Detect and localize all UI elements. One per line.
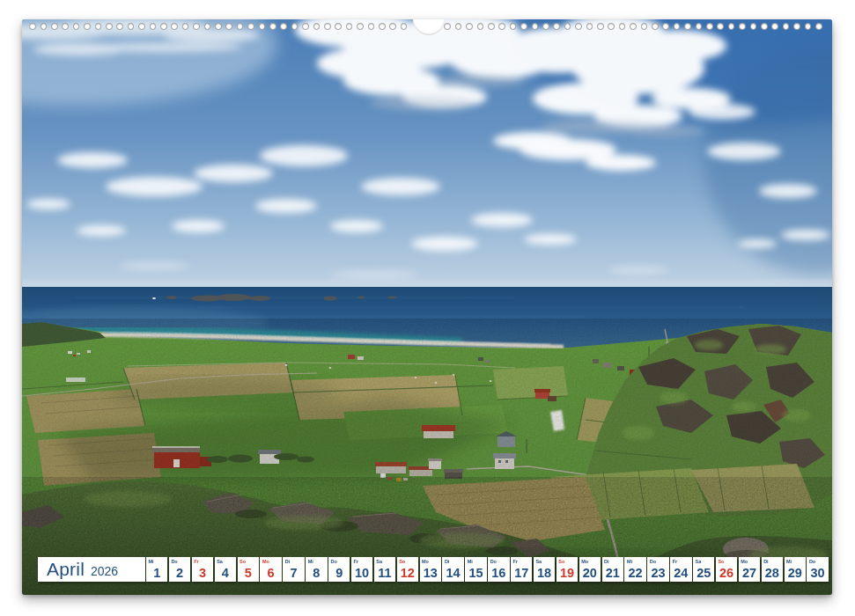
- binding-hole: [182, 23, 189, 30]
- day-number: 19: [556, 566, 578, 580]
- binding-hole: [357, 23, 364, 30]
- day-weekday-label: So: [558, 559, 564, 564]
- day-number: 13: [420, 566, 441, 580]
- day-cell: Fr 10: [351, 557, 372, 582]
- day-cell: Do 2: [169, 557, 190, 582]
- day-weekday-label: Mo: [741, 559, 748, 564]
- binding-hole: [128, 23, 135, 30]
- day-weekday-label: Di: [285, 559, 291, 564]
- binding-hole: [389, 23, 396, 30]
- day-number: 25: [693, 566, 714, 580]
- day-number: 26: [716, 566, 737, 580]
- binding-hole: [204, 23, 211, 30]
- binding-hole: [641, 23, 648, 30]
- day-weekday-label: Sa: [696, 559, 702, 564]
- binding-hole: [597, 23, 604, 30]
- day-number: 14: [442, 566, 463, 580]
- day-cell: Sa 25: [693, 557, 714, 582]
- day-number: 18: [534, 566, 555, 580]
- binding-hole: [728, 23, 735, 30]
- day-number: 21: [602, 566, 623, 580]
- day-cell: Do 30: [807, 557, 828, 582]
- binding-hole: [520, 23, 527, 30]
- binding-hole: [684, 23, 691, 30]
- binding-hole: [237, 23, 244, 30]
- day-number: 4: [215, 566, 236, 580]
- boat: [152, 297, 156, 299]
- day-weekday-label: Mo: [581, 559, 588, 564]
- day-cell: Mo 27: [739, 557, 760, 582]
- year-label: 2026: [91, 561, 118, 578]
- day-cells-row: Mi 1 Do 2 Fr 3 Sa 4 So 5 Mo 6 Di 7 Mi 8 …: [146, 557, 829, 582]
- day-cell: Mo 13: [420, 557, 441, 582]
- binding-hole: [51, 23, 58, 30]
- day-weekday-label: Do: [171, 559, 177, 564]
- binding-hole: [542, 23, 549, 30]
- binding-hole: [324, 23, 331, 30]
- day-cell: Mo 20: [579, 557, 601, 582]
- binding-hole: [717, 23, 724, 30]
- day-cell: Di 21: [602, 557, 623, 582]
- binding-hole: [575, 23, 582, 30]
- day-weekday-label: So: [718, 559, 724, 564]
- binding-hole: [138, 23, 145, 30]
- binding-hole: [706, 23, 713, 30]
- binding-hole: [652, 23, 659, 30]
- binding-hole: [313, 23, 321, 30]
- day-number: 8: [306, 566, 327, 580]
- day-number: 12: [397, 566, 418, 580]
- day-number: 29: [785, 566, 806, 580]
- binding-hole: [193, 23, 200, 30]
- day-weekday-label: Mo: [262, 559, 269, 564]
- day-cell: Sa 11: [374, 557, 395, 582]
- day-number: 30: [807, 566, 828, 580]
- binding-hole: [586, 23, 593, 30]
- binding-hole: [466, 23, 473, 30]
- day-cell: Di 7: [283, 557, 304, 582]
- day-cell: Fr 17: [511, 557, 532, 582]
- binding-hole: [368, 23, 375, 30]
- day-number: 20: [579, 566, 601, 580]
- binding-hole: [401, 23, 408, 30]
- month-title-box: April 2026: [38, 557, 145, 582]
- day-number: 1: [146, 566, 167, 580]
- binding-hole: [564, 23, 571, 30]
- day-number: 9: [328, 566, 350, 580]
- binding-hole: [815, 23, 822, 30]
- binding-hole: [771, 23, 778, 30]
- day-weekday-label: Do: [490, 559, 497, 564]
- day-weekday-label: Fr: [673, 559, 678, 564]
- binding-hole: [379, 23, 386, 30]
- day-number: 10: [351, 566, 372, 580]
- binding-hole: [95, 23, 102, 30]
- day-cell: So 19: [556, 557, 578, 582]
- day-number: 3: [192, 566, 213, 580]
- day-cell: Fr 3: [192, 557, 213, 582]
- binding-hole: [696, 23, 703, 30]
- day-cell: So 5: [238, 557, 259, 582]
- day-weekday-label: Mi: [786, 559, 792, 564]
- day-number: 5: [238, 566, 259, 580]
- day-weekday-label: Sa: [535, 559, 542, 564]
- binding-hole: [793, 23, 800, 30]
- binding-hole: [225, 23, 232, 30]
- day-number: 24: [670, 566, 691, 580]
- day-weekday-label: Mi: [308, 559, 313, 564]
- binding-hole: [488, 23, 495, 30]
- binding-hole: [29, 23, 36, 30]
- binding-hole: [150, 23, 157, 30]
- day-weekday-label: Mi: [468, 559, 473, 564]
- binding-hole: [498, 23, 505, 30]
- binding-hole: [444, 23, 451, 30]
- day-weekday-label: Fr: [513, 559, 519, 564]
- day-weekday-label: So: [240, 559, 246, 564]
- day-cell: So 26: [716, 557, 737, 582]
- day-cell: Di 14: [442, 557, 463, 582]
- binding-hole: [619, 23, 626, 30]
- day-cell: Do 9: [328, 557, 350, 582]
- day-number: 6: [260, 566, 281, 580]
- day-weekday-label: Fr: [353, 559, 358, 564]
- binding-hole: [553, 23, 560, 30]
- binding-hole: [739, 23, 746, 30]
- calendar-sheet: April 2026 Mi 1 Do 2 Fr 3 Sa 4 So 5 Mo 6…: [22, 19, 832, 595]
